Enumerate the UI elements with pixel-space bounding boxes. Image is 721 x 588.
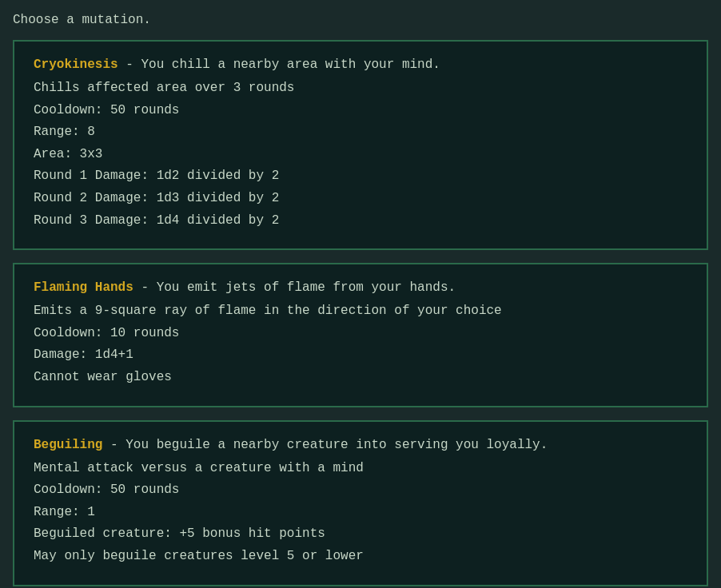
mutation-detail-line: Cooldown: 50 rounds <box>34 480 687 501</box>
mutation-card-cryokinesis[interactable]: Cryokinesis - You chill a nearby area wi… <box>13 40 708 250</box>
mutation-detail-line: Emits a 9-square ray of flame in the dir… <box>34 301 687 322</box>
mutation-header-text-beguiling: - You beguile a nearby creature into ser… <box>102 438 548 452</box>
mutation-header-text-cryokinesis: - You chill a nearby area with your mind… <box>118 58 440 72</box>
mutation-detail-line: Range: 8 <box>34 122 687 143</box>
mutation-card-flaming-hands[interactable]: Flaming Hands - You emit jets of flame f… <box>13 263 708 407</box>
mutation-detail-line: Round 3 Damage: 1d4 divided by 2 <box>34 211 687 232</box>
mutation-detail-line: Cooldown: 10 rounds <box>34 324 687 344</box>
mutation-detail-line: Area: 3x3 <box>34 145 687 165</box>
mutation-detail-line: Beguiled creature: +5 bonus hit points <box>34 524 687 545</box>
mutation-detail-line: Cooldown: 50 rounds <box>34 101 687 121</box>
mutation-title-flaming-hands: Flaming Hands <box>34 280 133 295</box>
mutation-detail-line: Round 2 Damage: 1d3 divided by 2 <box>34 189 687 209</box>
mutation-title-beguiling: Beguiling <box>34 438 102 452</box>
mutation-header-text-flaming-hands: - You emit jets of flame from your hands… <box>133 280 456 295</box>
mutation-detail-line: Chills affected area over 3 rounds <box>34 78 687 99</box>
mutation-detail-line: May only beguile creatures level 5 or lo… <box>34 546 687 567</box>
mutation-detail-line: Mental attack versus a creature with a m… <box>34 459 687 479</box>
mutation-detail-line: Round 1 Damage: 1d2 divided by 2 <box>34 166 687 187</box>
mutation-card-beguiling[interactable]: Beguiling - You beguile a nearby creatur… <box>13 420 708 586</box>
mutation-details-flaming-hands: Emits a 9-square ray of flame in the dir… <box>34 301 687 387</box>
page-title: Choose a mutation. <box>13 13 708 27</box>
mutation-details-cryokinesis: Chills affected area over 3 roundsCooldo… <box>34 78 687 231</box>
mutation-detail-line: Damage: 1d4+1 <box>34 345 687 366</box>
mutation-title-cryokinesis: Cryokinesis <box>34 58 118 72</box>
mutation-details-beguiling: Mental attack versus a creature with a m… <box>34 459 687 567</box>
mutation-detail-line: Range: 1 <box>34 503 687 523</box>
mutation-detail-line: Cannot wear gloves <box>34 368 687 388</box>
